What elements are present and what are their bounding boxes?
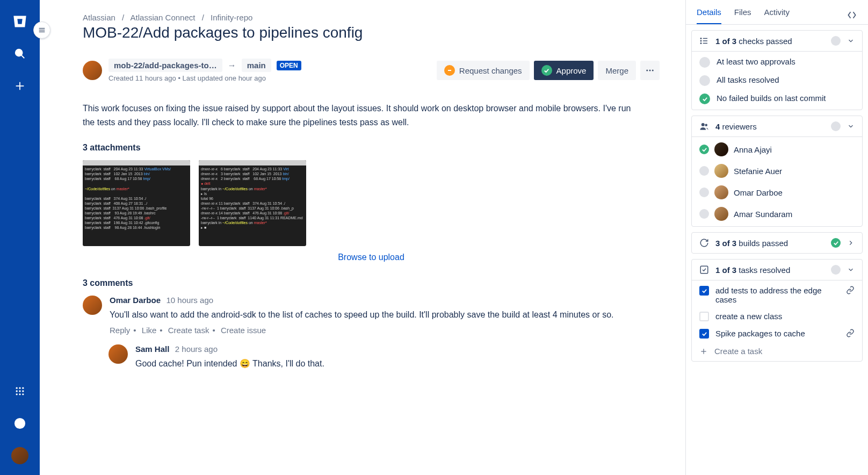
panel-tabs: Details Files Activity — [686, 0, 868, 25]
sidebar-toggle-icon[interactable] — [33, 21, 50, 39]
expand-panel-icon[interactable] — [847, 10, 857, 23]
browse-upload-link[interactable]: Browse to upload — [338, 253, 404, 262]
pr-author-avatar[interactable] — [83, 61, 102, 80]
profile-avatar[interactable] — [11, 447, 28, 464]
svg-point-19 — [646, 70, 648, 71]
svg-point-25 — [700, 38, 701, 39]
create-task-button[interactable]: Create a task — [699, 347, 855, 356]
link-icon[interactable] — [846, 329, 855, 339]
chevron-down-icon — [847, 266, 855, 274]
check-item: No failed builds on last commit — [699, 93, 855, 104]
comment-like[interactable]: Like — [142, 326, 157, 335]
global-nav — [0, 0, 40, 475]
breadcrumb-item[interactable]: Atlassian — [83, 13, 115, 22]
tab-details[interactable]: Details — [697, 8, 721, 24]
create-icon[interactable] — [11, 77, 28, 95]
comment-create-task[interactable]: Create task — [168, 326, 209, 335]
reviewer-avatar[interactable] — [714, 207, 728, 221]
target-branch[interactable]: main — [242, 59, 271, 72]
link-icon[interactable] — [846, 286, 855, 296]
comment-create-issue[interactable]: Create issue — [221, 326, 266, 335]
breadcrumb-item[interactable]: Atlassian Connect — [131, 13, 196, 22]
source-branch[interactable]: mob-22/add-packages-to… — [108, 59, 222, 72]
tab-activity[interactable]: Activity — [764, 8, 790, 24]
reviewers-card: 4 reviewers Anna Ajayi Stefanie Auer — [691, 116, 863, 227]
page-title: MOB-22/Add packages to pipelines config — [83, 24, 660, 41]
breadcrumb-item[interactable]: Infinity-repo — [211, 13, 252, 22]
browse-upload: Browse to upload — [83, 253, 660, 262]
svg-point-10 — [16, 393, 18, 395]
tasks-card: 1 of 3 tasks resolved add tests to addre… — [691, 259, 863, 362]
reviewers-header[interactable]: 4 reviewers — [692, 116, 862, 136]
refresh-icon — [699, 238, 709, 248]
chevron-right-icon — [847, 239, 855, 247]
task-item: Spike packages to cache — [699, 329, 855, 339]
app-switcher-icon[interactable] — [11, 383, 28, 400]
comment-avatar[interactable] — [108, 344, 128, 364]
comments-heading: 3 comments — [83, 278, 660, 288]
builds-card: 3 of 3 builds passed — [691, 232, 863, 254]
svg-point-7 — [16, 390, 18, 392]
people-icon — [699, 121, 709, 131]
main-content: Atlassian / Atlassian Connect / Infinity… — [40, 0, 685, 475]
reviewer-item: Anna Ajayi — [699, 142, 855, 156]
svg-point-8 — [19, 390, 20, 392]
svg-point-21 — [652, 70, 654, 71]
task-checkbox[interactable] — [699, 312, 709, 321]
check-item: At least two approvals — [699, 57, 855, 68]
task-item: add tests to address the edge cases — [699, 286, 855, 304]
svg-point-26 — [700, 40, 701, 41]
task-checkbox[interactable] — [699, 329, 709, 339]
comment-reply[interactable]: Reply — [110, 326, 130, 335]
attachment-thumbnail[interactable]: drwxr-xr-x 6 barryclark staff 204 Aug 23… — [199, 160, 306, 246]
merge-button[interactable]: Merge — [598, 61, 636, 80]
more-actions-button[interactable] — [640, 61, 660, 80]
comment-time: 2 hours ago — [175, 344, 218, 354]
tab-files[interactable]: Files — [734, 8, 751, 24]
reviewer-item: Omar Darboe — [699, 185, 855, 199]
svg-point-9 — [22, 390, 24, 392]
checks-header[interactable]: 1 of 3 checks passed — [692, 31, 862, 51]
svg-point-12 — [22, 393, 24, 395]
pr-description: This work focuses on fixing the issue ra… — [83, 102, 641, 129]
svg-point-11 — [19, 393, 20, 395]
comment-avatar[interactable] — [83, 296, 102, 315]
bitbucket-logo-icon[interactable] — [11, 13, 28, 30]
help-icon[interactable] — [11, 415, 28, 432]
attachments-heading: 3 attachments — [83, 143, 660, 153]
svg-point-14 — [19, 426, 20, 426]
checks-card: 1 of 3 checks passed At least two approv… — [691, 30, 863, 110]
builds-header[interactable]: 3 of 3 builds passed — [692, 233, 862, 253]
svg-point-5 — [19, 387, 20, 389]
checkbox-icon — [699, 265, 709, 275]
tasks-header[interactable]: 1 of 3 tasks resolved — [692, 260, 862, 280]
details-panel: Details Files Activity 1 of 3 checks pas… — [685, 0, 868, 475]
comment-reply-nested: Sam Hall 2 hours ago Good cache! Pun int… — [108, 344, 660, 375]
reviewer-avatar[interactable] — [714, 142, 728, 156]
comment: Omar Darboe 10 hours ago You'll also wan… — [83, 296, 660, 335]
check-circle-icon — [541, 65, 552, 76]
reviewer-item: Amar Sundaram — [699, 207, 855, 221]
attachments-list: barryclark staff 204 Aug 23 11:33 Virtua… — [83, 160, 660, 246]
reviewer-avatar[interactable] — [714, 164, 728, 178]
comment-time: 10 hours ago — [167, 296, 214, 305]
check-item: All tasks resolved — [699, 75, 855, 86]
approve-button[interactable]: Approve — [534, 61, 594, 80]
reviewer-item: Stefanie Auer — [699, 164, 855, 178]
svg-line-1 — [21, 55, 25, 59]
search-icon[interactable] — [11, 45, 28, 62]
comment-author: Sam Hall — [135, 344, 169, 354]
pr-timestamps: Created 11 hours ago • Last updated one … — [108, 74, 301, 82]
svg-point-6 — [22, 387, 24, 389]
minus-circle-icon — [444, 65, 455, 76]
task-checkbox[interactable] — [699, 286, 709, 296]
breadcrumb: Atlassian / Atlassian Connect / Infinity… — [83, 13, 660, 22]
svg-point-28 — [701, 123, 705, 126]
comment-body: You'll also want to add the android-sdk … — [110, 308, 636, 321]
request-changes-button[interactable]: Request changes — [437, 61, 530, 80]
chevron-down-icon — [847, 37, 855, 45]
reviewer-avatar[interactable] — [714, 185, 728, 199]
attachment-thumbnail[interactable]: barryclark staff 204 Aug 23 11:33 Virtua… — [83, 160, 190, 246]
list-icon — [699, 36, 709, 46]
comment-actions: Reply• Like• Create task• Create issue — [110, 326, 660, 335]
